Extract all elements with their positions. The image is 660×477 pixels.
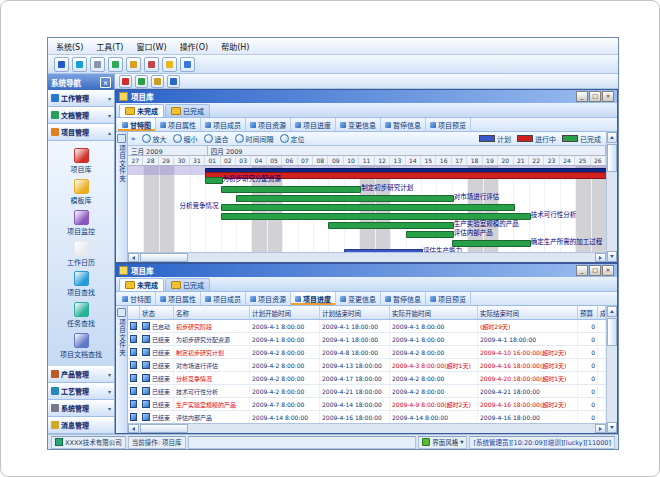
- gantt-bar[interactable]: [452, 240, 531, 247]
- vertical-scrollbar[interactable]: [606, 306, 617, 433]
- tab[interactable]: 变更信息: [336, 292, 381, 305]
- gantt-bar[interactable]: [221, 204, 516, 211]
- scroll-track[interactable]: [189, 424, 595, 433]
- minimize-button[interactable]: _: [576, 91, 588, 102]
- refresh-icon[interactable]: [167, 75, 180, 88]
- gantt-tool-button[interactable]: 放大: [142, 134, 167, 144]
- scroll-thumb[interactable]: [607, 144, 617, 172]
- tab[interactable]: 暂停信息: [381, 118, 426, 131]
- scroll-track[interactable]: [607, 173, 617, 251]
- scroll-right-icon[interactable]: [595, 424, 606, 433]
- gantt-window-titlebar[interactable]: 项目库 _□×: [116, 90, 617, 103]
- tab[interactable]: 项目成员: [201, 292, 246, 305]
- column-header[interactable]: 计划结束时间: [320, 306, 390, 319]
- tab[interactable]: 项目预览: [426, 292, 471, 305]
- sidebar-section[interactable]: 产品管理▾: [48, 366, 114, 383]
- tab[interactable]: 项目属性: [156, 292, 201, 305]
- gantt-bar[interactable]: [406, 231, 454, 238]
- sidebar-section[interactable]: 工作管理▾: [48, 90, 114, 107]
- scroll-thumb[interactable]: [607, 318, 617, 346]
- tab[interactable]: 项目进度: [291, 292, 336, 305]
- browse-icon[interactable]: [72, 57, 87, 72]
- close-icon[interactable]: ×: [100, 77, 111, 88]
- gantt-tool-button[interactable]: 定位: [280, 134, 305, 144]
- lock-icon[interactable]: [162, 57, 177, 72]
- scroll-left-icon[interactable]: [128, 424, 139, 433]
- close-button[interactable]: ×: [602, 91, 614, 102]
- tab[interactable]: 甘特图: [118, 118, 156, 131]
- menu-item[interactable]: 帮助(H): [221, 41, 249, 52]
- tab[interactable]: 项目进度: [291, 118, 336, 131]
- sidebar-section[interactable]: 消息管理: [48, 417, 114, 434]
- sidebar-item[interactable]: 模板库: [48, 179, 114, 205]
- gantt-bar[interactable]: [205, 177, 222, 184]
- restore-button[interactable]: □: [589, 265, 601, 276]
- tab[interactable]: 未完成: [119, 104, 164, 117]
- scroll-down-icon[interactable]: [607, 251, 617, 262]
- tab[interactable]: 已完成: [165, 104, 210, 117]
- table-row[interactable]: 已结束为初步研究分配资源2009-4-1 8:00:002009-4-1 18:…: [128, 333, 606, 346]
- column-header[interactable]: [128, 306, 140, 319]
- column-header[interactable]: 计划开始时间: [250, 306, 320, 319]
- sidebar-item[interactable]: 项目库: [48, 148, 114, 174]
- scroll-right-icon[interactable]: [595, 253, 606, 262]
- column-header[interactable]: 名称: [174, 306, 250, 319]
- sidebar-item[interactable]: 工作日历: [48, 241, 114, 267]
- menu-item[interactable]: 系统(S): [56, 41, 83, 52]
- chart-icon[interactable]: [108, 57, 123, 72]
- gantt-tool-button[interactable]: 缩小: [173, 134, 198, 144]
- print-icon[interactable]: [90, 57, 105, 72]
- folder-panel-tab[interactable]: 项目文件夹: [116, 306, 128, 433]
- sidebar-item[interactable]: 项目查找: [48, 271, 114, 297]
- tab[interactable]: 甘特图: [118, 292, 156, 305]
- scroll-thumb[interactable]: [140, 424, 188, 433]
- gantt-bar[interactable]: [328, 222, 453, 229]
- sidebar-section[interactable]: 工艺管理▾: [48, 383, 114, 400]
- table-row[interactable]: 已结束生产实验室规模的产品2009-4-7 8:00:002009-4-14 1…: [128, 398, 606, 411]
- tab[interactable]: 项目资源: [246, 292, 291, 305]
- open-project-icon[interactable]: [135, 75, 148, 88]
- gantt-bar[interactable]: [221, 186, 362, 193]
- scroll-up-icon[interactable]: [607, 306, 617, 317]
- sidebar-item[interactable]: 任务查找: [48, 302, 114, 328]
- menu-item[interactable]: 工具(T): [96, 41, 123, 52]
- folder-panel-tab[interactable]: 项目文件夹: [116, 132, 128, 262]
- sidebar-section[interactable]: 系统管理▾: [48, 400, 114, 417]
- sidebar-section[interactable]: 文档管理▾: [48, 107, 114, 124]
- vertical-scrollbar[interactable]: [606, 132, 617, 262]
- statusbar-style-selector[interactable]: 界面风格 ▾: [418, 436, 467, 449]
- tab[interactable]: 变更信息: [336, 118, 381, 131]
- sidebar-item[interactable]: 项目监控: [48, 210, 114, 236]
- message-icon[interactable]: [126, 57, 141, 72]
- menu-item[interactable]: 窗口(W): [136, 41, 166, 52]
- horizontal-scrollbar[interactable]: [128, 252, 606, 262]
- gantt-bar[interactable]: [344, 249, 423, 252]
- scroll-down-icon[interactable]: [607, 422, 617, 433]
- scroll-track[interactable]: [607, 347, 617, 422]
- scroll-left-icon[interactable]: [128, 253, 139, 262]
- shield-icon[interactable]: [144, 57, 159, 72]
- table-row[interactable]: 已启动初步研究阶段2009-4-1 8:00:002009-4-1 18:00:…: [128, 320, 606, 333]
- gantt-bar[interactable]: [236, 195, 454, 202]
- column-header[interactable]: 预算: [578, 306, 598, 319]
- column-header[interactable]: 实际结束时间: [478, 306, 578, 319]
- sidebar-item[interactable]: 项目文档查找: [48, 333, 114, 359]
- column-header[interactable]: 实际开始时间: [390, 306, 478, 319]
- tab[interactable]: 暂停信息: [381, 292, 426, 305]
- restore-button[interactable]: □: [589, 91, 601, 102]
- scroll-track[interactable]: [189, 253, 595, 262]
- overflow-chevron-icon[interactable]: »: [131, 135, 136, 143]
- minimize-button[interactable]: _: [576, 265, 588, 276]
- menu-item[interactable]: 操作(O): [180, 41, 209, 52]
- table-row[interactable]: 已结束技术可行性分析2009-4-2 8:00:002009-4-21 18:0…: [128, 385, 606, 398]
- table-row[interactable]: 已结束制定初步研究计划2009-4-2 8:00:002009-4-8 18:0…: [128, 346, 606, 359]
- column-header[interactable]: 成: [598, 306, 606, 319]
- new-project-icon[interactable]: [119, 75, 132, 88]
- table-window-titlebar[interactable]: 项目库 _□×: [116, 264, 617, 277]
- tab[interactable]: 已完成: [165, 278, 210, 291]
- close-button[interactable]: ×: [602, 265, 614, 276]
- tab[interactable]: 项目属性: [156, 118, 201, 131]
- table-row[interactable]: 已结束评估内部产品2009-4-14 8:00:002009-4-16 18:0…: [128, 411, 606, 423]
- tab[interactable]: 未完成: [119, 278, 164, 291]
- sidebar-section[interactable]: 项目管理▴: [48, 124, 114, 141]
